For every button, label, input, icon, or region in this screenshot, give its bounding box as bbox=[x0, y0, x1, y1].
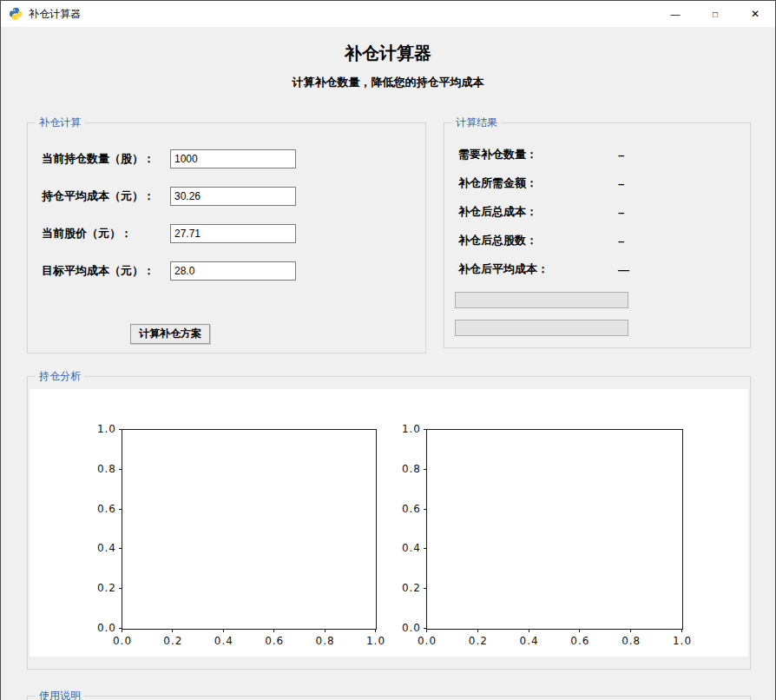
total-shares-label: 补仓后总股数： bbox=[458, 233, 618, 248]
x-tick-mark bbox=[681, 629, 682, 632]
x-tick-label: 0.8 bbox=[616, 635, 646, 647]
needed-shares-label: 需要补仓数量： bbox=[458, 147, 618, 162]
total-cost-value: – bbox=[618, 206, 624, 219]
needed-shares-value: – bbox=[618, 149, 624, 162]
field-row-avg-cost: 持仓平均成本（元）： bbox=[42, 186, 425, 207]
x-tick-label: 1.0 bbox=[667, 635, 697, 647]
current-shares-label: 当前持仓数量（股）： bbox=[42, 151, 170, 167]
target-cost-label: 目标平均成本（元）： bbox=[42, 263, 170, 279]
right-plot-axes: 0.00.20.40.60.81.00.00.20.40.60.81.0 bbox=[426, 429, 683, 630]
result-row-needed-amount: 补仓所需金额： – bbox=[458, 175, 750, 192]
calculate-button[interactable]: 计算补仓方案 bbox=[130, 324, 210, 344]
x-tick-label: 0.4 bbox=[515, 635, 544, 647]
x-tick-label: 0.2 bbox=[158, 635, 187, 647]
total-shares-value: – bbox=[618, 234, 624, 248]
usage-section-title: 使用说明 bbox=[36, 689, 84, 700]
app-window: 补仓计算器 — □ ✕ 补仓计算器 计算补仓数量，降低您的持仓平均成本 补仓计算… bbox=[0, 0, 776, 700]
calc-section: 补仓计算 当前持仓数量（股）： 持仓平均成本（元）： 当前股价（元）： 目标平均… bbox=[27, 122, 426, 353]
analysis-section: 持仓分析 0.00.20.40.60.81.00.00.20.40.60.81.… bbox=[27, 376, 751, 670]
y-tick-label: 0.8 bbox=[85, 463, 116, 475]
result-row-needed-shares: 需要补仓数量： – bbox=[458, 146, 750, 163]
x-tick-label: 0.4 bbox=[209, 635, 239, 647]
x-tick-mark bbox=[426, 629, 427, 632]
chart-canvas: 0.00.20.40.60.81.00.00.20.40.60.81.0 0.0… bbox=[30, 389, 748, 657]
avg-cost-label: 持仓平均成本（元）： bbox=[42, 188, 170, 204]
y-tick-mark bbox=[424, 548, 427, 549]
y-tick-label: 0.4 bbox=[85, 542, 116, 554]
page-subtitle: 计算补仓数量，降低您的持仓平均成本 bbox=[1, 75, 775, 90]
y-tick-mark bbox=[119, 469, 122, 470]
minimize-button[interactable]: — bbox=[655, 1, 695, 27]
y-tick-mark bbox=[424, 469, 427, 470]
y-tick-mark bbox=[119, 588, 122, 589]
x-tick-label: 1.0 bbox=[361, 635, 391, 647]
y-tick-mark bbox=[119, 548, 122, 549]
result-row-total-cost: 补仓后总成本： – bbox=[458, 203, 750, 221]
result-row-total-shares: 补仓后总股数： – bbox=[458, 232, 750, 249]
y-tick-label: 0.8 bbox=[390, 463, 421, 475]
current-price-label: 当前股价（元）： bbox=[42, 226, 170, 241]
x-tick-label: 0.0 bbox=[412, 635, 442, 647]
result-display-bar-1 bbox=[455, 292, 628, 308]
y-tick-label: 0.6 bbox=[85, 503, 116, 515]
avg-cost-input[interactable] bbox=[170, 187, 296, 206]
target-cost-input[interactable] bbox=[170, 261, 296, 281]
calc-form: 当前持仓数量（股）： 持仓平均成本（元）： 当前股价（元）： 目标平均成本（元）… bbox=[28, 123, 425, 344]
window-controls: — □ ✕ bbox=[655, 1, 775, 27]
close-button[interactable]: ✕ bbox=[735, 1, 775, 27]
x-tick-mark bbox=[477, 629, 478, 632]
y-tick-mark bbox=[424, 429, 427, 430]
current-price-input[interactable] bbox=[170, 224, 296, 243]
page-title: 补仓计算器 bbox=[1, 42, 775, 65]
python-icon bbox=[9, 7, 23, 21]
y-tick-label: 0.4 bbox=[390, 542, 421, 554]
current-shares-input[interactable] bbox=[170, 149, 296, 168]
result-display-bar-2 bbox=[455, 320, 628, 336]
x-tick-label: 0.6 bbox=[260, 635, 289, 647]
field-row-current-shares: 当前持仓数量（股）： bbox=[42, 149, 425, 169]
maximize-button[interactable]: □ bbox=[695, 1, 735, 27]
x-tick-mark bbox=[579, 629, 580, 632]
y-tick-label: 0.0 bbox=[85, 622, 116, 634]
new-avg-cost-label: 补仓后平均成本： bbox=[458, 261, 618, 277]
field-row-current-price: 当前股价（元）： bbox=[42, 223, 425, 244]
y-tick-label: 0.2 bbox=[85, 582, 116, 594]
y-tick-label: 1.0 bbox=[85, 423, 116, 435]
total-cost-label: 补仓后总成本： bbox=[458, 204, 618, 220]
y-tick-label: 1.0 bbox=[390, 423, 421, 435]
result-section: 计算结果 需要补仓数量： – 补仓所需金额： – 补仓后总成本： – 补仓后总股… bbox=[444, 122, 751, 348]
x-tick-mark bbox=[375, 629, 376, 632]
usage-section: 使用说明 bbox=[27, 696, 751, 700]
x-tick-label: 0.2 bbox=[464, 635, 493, 647]
x-tick-mark bbox=[529, 629, 529, 632]
x-tick-mark bbox=[122, 629, 122, 632]
y-tick-mark bbox=[119, 429, 122, 430]
y-tick-mark bbox=[119, 509, 122, 510]
result-section-title: 计算结果 bbox=[452, 116, 501, 130]
new-avg-cost-value: — bbox=[618, 263, 629, 276]
x-tick-mark bbox=[273, 629, 274, 632]
x-tick-label: 0.0 bbox=[108, 635, 137, 647]
x-tick-label: 0.6 bbox=[565, 635, 595, 647]
x-tick-mark bbox=[223, 629, 224, 632]
calc-section-title: 补仓计算 bbox=[36, 116, 84, 130]
window-title: 补仓计算器 bbox=[29, 7, 81, 22]
y-tick-label: 0.2 bbox=[390, 582, 421, 594]
needed-amount-label: 补仓所需金额： bbox=[458, 175, 618, 191]
y-tick-label: 0.6 bbox=[390, 503, 421, 515]
needed-amount-value: – bbox=[618, 177, 624, 190]
result-row-new-avg-cost: 补仓后平均成本： — bbox=[458, 261, 750, 278]
y-tick-mark bbox=[424, 588, 427, 589]
analysis-section-title: 持仓分析 bbox=[36, 369, 84, 384]
x-tick-mark bbox=[172, 629, 173, 632]
x-tick-label: 0.8 bbox=[311, 635, 340, 647]
y-tick-label: 0.0 bbox=[390, 622, 421, 634]
field-row-target-cost: 目标平均成本（元）： bbox=[42, 261, 425, 281]
left-plot-axes: 0.00.20.40.60.81.00.00.20.40.60.81.0 bbox=[122, 429, 377, 630]
result-rows: 需要补仓数量： – 补仓所需金额： – 补仓后总成本： – 补仓后总股数： – … bbox=[444, 123, 750, 278]
window-titlebar: 补仓计算器 — □ ✕ bbox=[1, 1, 775, 27]
x-tick-mark bbox=[325, 629, 326, 632]
x-tick-mark bbox=[630, 629, 631, 632]
y-tick-mark bbox=[424, 509, 427, 510]
